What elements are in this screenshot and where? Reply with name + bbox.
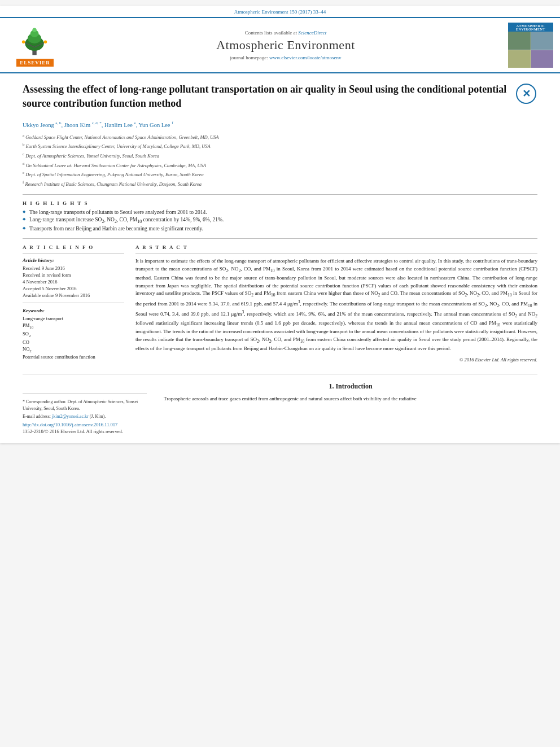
journal-thumb-title: ATMOSPHERIC ENVIRONMENT: [508, 23, 553, 32]
thumb-cell-4: [531, 50, 554, 68]
divider-ai: [23, 254, 124, 254]
highlight-item-1: The long-range transports of pollutants …: [23, 209, 537, 215]
email-link[interactable]: jkim2@yonsei.ac.kr: [52, 414, 89, 419]
abstract-col: A B S T R A C T It is important to estim…: [135, 244, 537, 362]
kw-5: NO2: [23, 346, 124, 353]
copyright-line: © 2016 Elsevier Ltd. All rights reserved…: [135, 357, 537, 362]
elsevier-tree-icon: [12, 24, 58, 58]
divider-highlights: [23, 194, 537, 195]
divider-abstract: [135, 254, 537, 254]
affil-a: a Goddard Space Flight Center, National …: [23, 133, 537, 141]
authors-line: Ukkyo Jeong a, b, Jhoon Kim c, d, *, Han…: [23, 121, 537, 128]
kw-6: Potential source contribution function: [23, 354, 124, 360]
highlights-title: H I G H L I G H T S: [23, 200, 537, 206]
main-content: Assessing the effect of long-range pollu…: [0, 73, 560, 443]
svg-point-8: [44, 41, 47, 44]
crossmark-badge[interactable]: ✕: [515, 82, 537, 105]
journal-ref-text: Atmospheric Environment 150 (2017) 33–44: [234, 9, 326, 15]
footnote-corresponding: * Corresponding author. Dept. of Atmosph…: [23, 399, 147, 411]
journal-thumbnail: ATMOSPHERIC ENVIRONMENT: [508, 23, 553, 68]
journal-thumb-images: [508, 32, 553, 68]
article-title: Assessing the effect of long-range pollu…: [23, 82, 509, 111]
elsevier-label: ELSEVIER: [16, 59, 54, 67]
sciencedirect-link[interactable]: ScienceDirect: [298, 30, 326, 36]
intro-footnotes: * Corresponding author. Dept. of Atmosph…: [23, 382, 147, 434]
keywords-title: Keywords:: [23, 308, 124, 313]
thumb-cell-2: [531, 32, 554, 50]
divider-kw: [23, 303, 124, 303]
journal-reference: Atmospheric Environment 150 (2017) 33–44: [0, 6, 560, 17]
svg-point-6: [22, 41, 25, 44]
available-date: Available online 9 November 2016: [23, 292, 124, 298]
highlights-section: H I G H L I G H T S The long-range trans…: [23, 200, 537, 231]
intro-section: * Corresponding author. Dept. of Atmosph…: [23, 374, 537, 434]
highlight-item-3: Transports from near Beijing and Harbin …: [23, 226, 537, 231]
page: Atmospheric Environment 150 (2017) 33–44…: [0, 6, 560, 443]
thumb-cell-1: [508, 32, 531, 50]
journal-title-display: Atmospheric Environment: [69, 38, 502, 53]
intro-body-text: Tropospheric aerosols and trace gases em…: [164, 395, 537, 403]
highlight-item-2: Long-range transport increase SO2, NO2, …: [23, 217, 537, 224]
accepted-date: Accepted 5 November 2016: [23, 286, 124, 291]
revised-label: Received in revised form: [23, 272, 124, 278]
thumb-cell-3: [508, 50, 531, 68]
footnotes-area: * Corresponding author. Dept. of Atmosph…: [23, 394, 147, 434]
affil-c: c Dept. of Atmospheric Sciences, Yonsei …: [23, 151, 537, 160]
revised-date: 4 November 2016: [23, 279, 124, 285]
kw-2: PM10: [23, 322, 124, 330]
kw-3: SO2: [23, 331, 124, 338]
affil-f: f Research Institute of Basic Sciences, …: [23, 180, 537, 188]
kw-1: Long-range transport: [23, 316, 124, 321]
received-date: Received 9 June 2016: [23, 265, 124, 271]
article-history: Article history: Received 9 June 2016 Re…: [23, 257, 124, 298]
affiliations: a Goddard Space Flight Center, National …: [23, 133, 537, 187]
footnote-email: E-mail address: jkim2@yonsei.ac.kr (J. K…: [23, 413, 147, 420]
crossmark-icon: ✕: [516, 84, 536, 104]
keywords-block: Keywords: Long-range transport PM10 SO2 …: [23, 308, 124, 360]
journal-header: ELSEVIER Contents lists available at Sci…: [0, 17, 560, 73]
sciencedirect-line: Contents lists available at ScienceDirec…: [69, 30, 502, 36]
affil-b: b Earth System Science Interdisciplinary…: [23, 142, 537, 150]
abstract-label: A B S T R A C T: [135, 244, 537, 250]
kw-4: CO: [23, 339, 124, 345]
svg-point-4: [32, 28, 36, 32]
article-info-abstract: A R T I C L E I N F O Article history: R…: [23, 244, 537, 362]
article-info-label: A R T I C L E I N F O: [23, 244, 124, 250]
history-title: Article history:: [23, 257, 124, 263]
intro-text-col: 1. Introduction Tropospheric aerosols an…: [164, 382, 537, 434]
affil-d: d On Sabbatical Leave at: Harvard Smiths…: [23, 161, 537, 169]
article-info-col: A R T I C L E I N F O Article history: R…: [23, 244, 124, 362]
affil-e: e Dept. of Spatial Information Engineeri…: [23, 170, 537, 178]
abstract-text: It is important to estimate the effects …: [135, 257, 537, 352]
homepage-url[interactable]: www.elsevier.com/locate/atmosenv: [269, 55, 341, 60]
homepage-line: journal homepage: www.elsevier.com/locat…: [69, 55, 502, 60]
intro-title: 1. Introduction: [164, 382, 537, 391]
issn-line: 1352-2310/© 2016 Elsevier Ltd. All right…: [23, 429, 147, 434]
elsevier-logo: ELSEVIER: [7, 24, 63, 67]
divider-info: [23, 238, 537, 239]
intro-columns: * Corresponding author. Dept. of Atmosph…: [23, 382, 537, 434]
journal-center: Contents lists available at ScienceDirec…: [69, 30, 502, 60]
doi-line[interactable]: http://dx.doi.org/10.1016/j.atmosenv.201…: [23, 422, 147, 427]
